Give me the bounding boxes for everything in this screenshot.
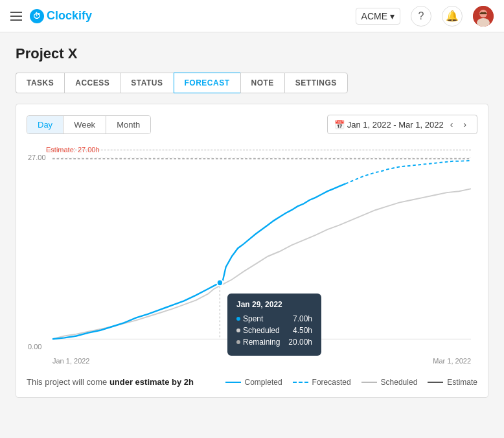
footer-prefix: This project will come <box>27 377 107 387</box>
chart-controls: Day Week Month 📅 Jan 1, 2022 - Mar 1, 20… <box>27 115 477 134</box>
view-week-button[interactable]: Week <box>63 116 106 133</box>
tab-status[interactable]: STATUS <box>120 73 173 93</box>
chevron-down-icon: ▾ <box>390 11 395 21</box>
legend-forecasted: Forecasted <box>293 378 351 387</box>
tooltip-remaining-dot <box>236 340 240 344</box>
footer-note: This project will come under estimate by… <box>27 377 194 387</box>
legend-completed-label: Completed <box>245 378 282 387</box>
header-left: Clockify <box>10 9 92 23</box>
page-title: Project X <box>16 45 488 62</box>
view-month-button[interactable]: Month <box>106 116 150 133</box>
x-axis-start: Jan 1, 2022 <box>52 357 90 365</box>
tooltip-remaining-label: Remaining <box>236 338 280 347</box>
legend-scheduled-line <box>361 382 377 383</box>
legend-scheduled-label: Scheduled <box>381 378 418 387</box>
chart-card: Day Week Month 📅 Jan 1, 2022 - Mar 1, 20… <box>16 104 488 398</box>
y-axis-min: 0.00 <box>28 343 41 351</box>
avatar[interactable] <box>473 6 494 27</box>
legend: Completed Forecasted Scheduled Estimate <box>225 378 477 387</box>
legend-completed-line <box>225 382 241 383</box>
tooltip-remaining-value: 20.00h <box>288 338 312 347</box>
calendar-icon: 📅 <box>334 120 345 130</box>
date-navigation: 📅 Jan 1, 2022 - Mar 1, 2022 ‹ › <box>327 115 477 134</box>
date-range: Jan 1, 2022 - Mar 1, 2022 <box>347 120 444 130</box>
tooltip-spent-dot <box>236 317 240 321</box>
tooltip-remaining-row: Remaining 20.00h <box>236 338 312 347</box>
tooltip-spent-value: 7.00h <box>293 314 312 323</box>
tooltip-scheduled-label: Scheduled <box>236 326 280 335</box>
tab-access[interactable]: ACCESS <box>64 73 120 93</box>
header-right: ACME ▾ ? 🔔 <box>356 6 494 27</box>
logo-text: Clockify <box>47 9 92 23</box>
tooltip: Jan 29, 2022 Spent 7.00h Scheduled 4.50h <box>227 294 321 356</box>
footer-highlight: under estimate by 2h <box>109 377 194 387</box>
tab-note[interactable]: NOTE <box>240 73 284 93</box>
company-name: ACME <box>361 11 387 21</box>
help-button[interactable]: ? <box>411 6 431 27</box>
x-axis-end: Mar 1, 2022 <box>433 357 471 365</box>
legend-estimate: Estimate <box>428 378 477 387</box>
legend-scheduled: Scheduled <box>361 378 418 387</box>
prev-period-button[interactable]: ‹ <box>446 118 457 131</box>
legend-completed: Completed <box>225 378 282 387</box>
view-toggle: Day Week Month <box>27 115 151 134</box>
company-selector[interactable]: ACME ▾ <box>356 8 400 25</box>
hamburger-menu[interactable] <box>10 12 22 21</box>
logo: Clockify <box>30 9 92 23</box>
header: Clockify ACME ▾ ? 🔔 <box>0 0 504 32</box>
tooltip-scheduled-dot <box>236 328 240 332</box>
y-axis-max: 27.00 <box>28 154 46 161</box>
tooltip-scheduled-value: 4.50h <box>293 326 312 335</box>
tab-tasks[interactable]: TASKS <box>16 73 64 93</box>
legend-estimate-line <box>428 382 443 383</box>
legend-forecasted-label: Forecasted <box>312 378 351 387</box>
logo-icon <box>30 9 44 23</box>
tooltip-spent-row: Spent 7.00h <box>236 314 312 323</box>
svg-point-7 <box>217 280 223 286</box>
tabs: TASKS ACCESS STATUS FORECAST NOTE SETTIN… <box>16 73 488 93</box>
legend-estimate-label: Estimate <box>447 378 477 387</box>
next-period-button[interactable]: › <box>459 118 470 131</box>
legend-forecasted-line <box>293 382 308 383</box>
estimate-line <box>46 150 471 150</box>
tooltip-spent-label: Spent <box>236 314 263 323</box>
tab-forecast[interactable]: FORECAST <box>174 73 240 93</box>
tab-settings[interactable]: SETTINGS <box>284 73 348 93</box>
footer-row: This project will come under estimate by… <box>27 370 477 387</box>
page-content: Project X TASKS ACCESS STATUS FORECAST N… <box>0 32 504 438</box>
tooltip-scheduled-row: Scheduled 4.50h <box>236 326 312 335</box>
view-day-button[interactable]: Day <box>27 116 63 133</box>
tooltip-date: Jan 29, 2022 <box>236 300 312 309</box>
estimate-label: Estimate: 27.00h <box>46 146 100 154</box>
notifications-button[interactable]: 🔔 <box>442 6 463 27</box>
chart-area: Estimate: 27.00h 27.00 0.00 <box>27 144 477 365</box>
